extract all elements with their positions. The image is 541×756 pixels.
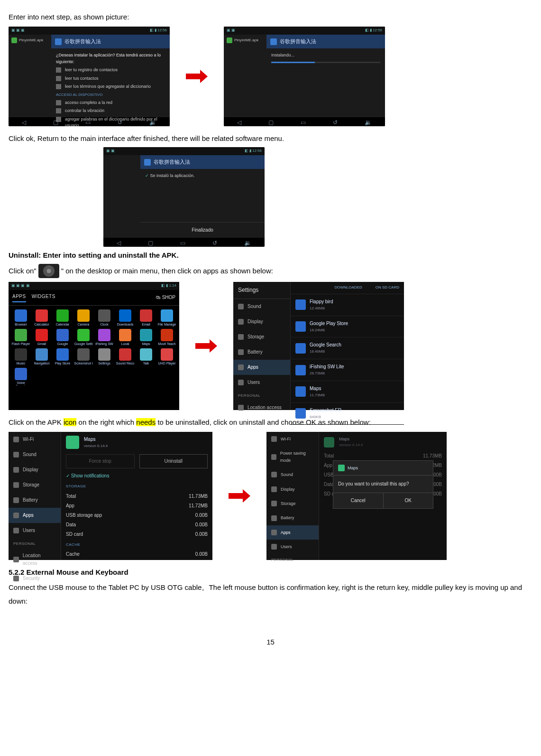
settings-item-power-saving-mode[interactable]: Power saving mode: [266, 446, 319, 467]
app-screenshot-i[interactable]: Screenshot I: [74, 348, 93, 366]
app-flash-player[interactable]: Flash Player: [11, 329, 30, 346]
tab-downloaded[interactable]: DOWNLOADED: [335, 285, 362, 291]
nav-extra-icon[interactable]: ↺: [333, 118, 338, 126]
app-google-setti[interactable]: Google Setti: [74, 329, 93, 346]
app-email[interactable]: Email: [137, 309, 156, 327]
kv-value: 11.73MB: [189, 493, 208, 500]
para-enter-next-step: Enter into next step, as shown picture:: [9, 11, 532, 23]
volume-icon[interactable]: 🔉: [365, 118, 372, 126]
settings-item-users[interactable]: Users: [233, 375, 290, 390]
app-downloads[interactable]: Downloads: [116, 309, 135, 327]
app-calculator[interactable]: Calculator: [32, 309, 51, 327]
recents-icon[interactable]: ▭: [180, 239, 185, 247]
text-fragment: Click on the APK: [9, 418, 64, 426]
device-access-header: ACCESO AL DISPOSITIVO: [56, 92, 165, 98]
home-icon[interactable]: ▢: [268, 118, 274, 126]
app-uhd-player[interactable]: UHD Player: [157, 348, 176, 366]
tab-sdcard[interactable]: ON SD CARD: [376, 285, 399, 291]
settings-item-sound[interactable]: Sound: [233, 299, 290, 314]
app-row-ifishing-sw-lite[interactable]: iFishing SW Lite28.73MB: [291, 359, 404, 381]
ok-button[interactable]: OK: [383, 493, 433, 508]
app-local[interactable]: Local: [116, 329, 135, 346]
app-label: Screenshot I: [74, 362, 92, 366]
home-icon[interactable]: ▢: [148, 239, 153, 247]
app-play-store[interactable]: Play Store: [53, 348, 72, 366]
nav-extra-icon[interactable]: ↺: [212, 239, 217, 247]
app-camera[interactable]: Camera: [74, 309, 93, 327]
back-icon[interactable]: ◁: [22, 118, 26, 126]
settings-item-display[interactable]: Display: [9, 462, 61, 477]
app-browser[interactable]: Browser: [11, 309, 30, 327]
settings-item-label: Display: [248, 318, 263, 326]
recents-icon[interactable]: ▭: [301, 118, 306, 126]
screenshot-app-detail: Wi-FiSoundDisplayStorageBatteryAppsUsers…: [9, 432, 212, 560]
app-navigation[interactable]: Navigation: [32, 348, 51, 366]
settings-item-icon: [238, 334, 244, 340]
settings-item-wi-fi[interactable]: Wi-Fi: [9, 432, 61, 447]
app-file-manage[interactable]: File Manage: [157, 309, 176, 327]
settings-item-battery[interactable]: Battery: [233, 345, 290, 360]
app-row-google-play-store[interactable]: Google Play Store18.24MB: [291, 316, 404, 338]
settings-item-storage[interactable]: Storage: [233, 329, 290, 345]
settings-item-battery[interactable]: Battery: [9, 493, 61, 508]
screenshot-install-perms: ▣ ▣ ▣◧ ▮ 12:56 PinyinIME.apk 谷歌拼音输入法 ¿De…: [9, 27, 170, 126]
screenshot-installing: ▣ ▣◧ ▮ 12:56 PinyinIME.apk 谷歌拼音输入法 Insta…: [224, 27, 385, 126]
app-talk[interactable]: Talk: [137, 348, 156, 366]
app-voice-search[interactable]: Voice Search: [11, 368, 30, 385]
app-maps[interactable]: Maps: [137, 329, 156, 346]
settings-item-sound[interactable]: Sound: [266, 467, 319, 482]
figure-row-install: ▣ ▣ ▣◧ ▮ 12:56 PinyinIME.apk 谷歌拼音输入法 ¿De…: [9, 27, 532, 126]
home-icon[interactable]: ▢: [53, 118, 58, 126]
settings-item-storage[interactable]: Storage: [9, 477, 61, 493]
app-ifishing-sw[interactable]: iFishing SW: [95, 329, 114, 346]
app-calendar[interactable]: Calendar: [53, 309, 72, 327]
settings-item-icon: [238, 380, 244, 385]
back-icon[interactable]: ◁: [237, 118, 241, 126]
settings-item-apps[interactable]: Apps: [266, 525, 319, 540]
app-gmail[interactable]: Gmail: [32, 329, 51, 346]
nav-extra-icon[interactable]: ↺: [118, 118, 122, 126]
app-movil-teach[interactable]: Movil Teach: [157, 329, 176, 346]
kv-row: Data0.00B: [66, 520, 208, 530]
settings-item-apps[interactable]: Apps: [9, 508, 61, 523]
app-clock[interactable]: Clock: [95, 309, 114, 327]
kv-value: 11.72MB: [189, 502, 208, 510]
settings-item-apps[interactable]: Apps: [233, 360, 290, 375]
recents-icon[interactable]: ▭: [85, 118, 91, 126]
settings-item-users[interactable]: Users: [9, 523, 61, 538]
app-label: iFishing SW: [95, 342, 113, 346]
kv-row: USB storage app0.00B: [66, 511, 208, 520]
uninstall-button[interactable]: Uninstall: [139, 454, 208, 468]
settings-item-icon: [13, 452, 19, 457]
volume-icon[interactable]: 🔉: [149, 118, 156, 126]
settings-item-users[interactable]: Users: [266, 540, 319, 554]
app-google[interactable]: Google: [53, 329, 72, 346]
tab-apps[interactable]: APPS: [12, 293, 26, 302]
settings-item-location-access[interactable]: Location access: [233, 400, 290, 415]
settings-item-wi-fi[interactable]: Wi-Fi: [266, 432, 319, 446]
settings-item-label: Sound: [248, 303, 261, 310]
settings-item-sound[interactable]: Sound: [9, 447, 61, 462]
show-notifications[interactable]: ✓ Show notifications: [66, 472, 208, 480]
app-row-flappy-bird[interactable]: Flappy bird12.48MB: [291, 294, 404, 316]
app-row-google-search[interactable]: Google Search18.40MB: [291, 337, 404, 359]
app-size: 11.73MB: [310, 392, 325, 399]
app-row-maps[interactable]: Maps11.73MB: [291, 381, 404, 403]
settings-item-battery[interactable]: Battery: [266, 511, 319, 525]
shop-link[interactable]: 🛍 SHOP: [156, 294, 175, 301]
tab-widgets[interactable]: WIDGETS: [32, 293, 55, 302]
done-button[interactable]: Finalizado: [140, 223, 265, 238]
text-fragment: Click on": [9, 265, 37, 277]
dialog-title: Maps: [348, 465, 358, 471]
force-stop-button[interactable]: Force stop: [66, 454, 135, 468]
settings-item-display[interactable]: Display: [266, 482, 319, 496]
settings-item-display[interactable]: Display: [233, 314, 290, 329]
back-icon[interactable]: ◁: [117, 239, 121, 247]
app-sound-reco[interactable]: Sound Reco: [116, 348, 135, 366]
cancel-button[interactable]: Cancel: [333, 493, 383, 508]
settings-item-storage[interactable]: Storage: [266, 496, 319, 511]
app-music[interactable]: Music: [11, 348, 30, 366]
app-icon: [295, 365, 306, 375]
volume-icon[interactable]: 🔉: [244, 239, 251, 247]
app-settings[interactable]: Settings: [95, 348, 114, 366]
